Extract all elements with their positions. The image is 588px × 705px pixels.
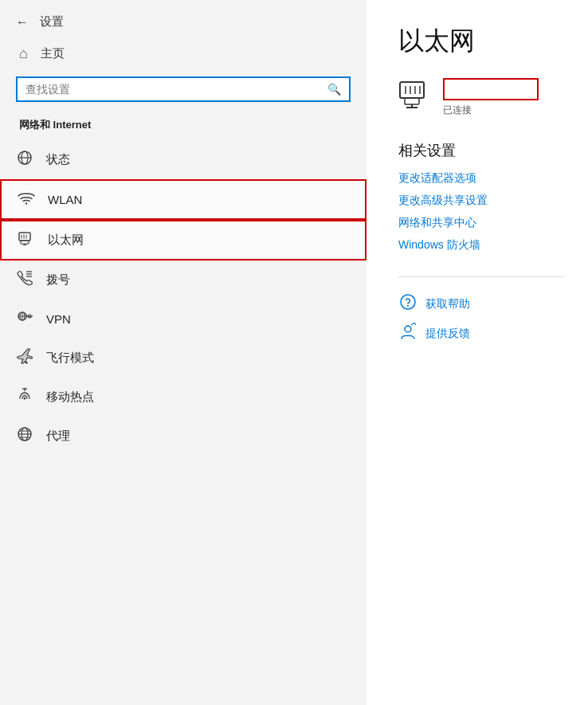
left-panel: ← 设置 ⌂ 主页 🔍 网络和 Internet 状态 xyxy=(0,0,367,705)
nav-label-vpn: VPN xyxy=(46,312,71,326)
header-bar: ← 设置 xyxy=(0,0,367,37)
back-button[interactable]: ← xyxy=(16,15,29,29)
get-help-icon xyxy=(398,293,417,315)
nav-item-ethernet[interactable]: 以太网 xyxy=(0,220,367,260)
link-advanced-sharing[interactable]: 更改高级共享设置 xyxy=(398,194,564,208)
svg-point-36 xyxy=(401,295,415,309)
nav-item-wlan[interactable]: WLAN xyxy=(0,179,367,220)
connection-area: 已连接 xyxy=(398,78,564,117)
proxy-icon xyxy=(16,426,33,446)
nav-label-hotspot: 移动热点 xyxy=(46,390,94,405)
search-icon: 🔍 xyxy=(327,83,341,96)
link-windows-firewall[interactable]: Windows 防火墙 xyxy=(398,238,564,253)
nav-label-wlan: WLAN xyxy=(48,193,82,206)
feedback-row[interactable]: 提供反馈 xyxy=(398,323,564,344)
get-help-label: 获取帮助 xyxy=(425,297,470,311)
nav-label-status: 状态 xyxy=(46,152,70,167)
nav-item-airplane[interactable]: 飞行模式 xyxy=(0,339,367,378)
nav-item-status[interactable]: 状态 xyxy=(0,140,367,179)
right-panel: 以太网 已连接 相关设置 更改适配器选项 更改高级共享设置 网络和共享中心 Wi xyxy=(367,0,588,705)
section-title: 网络和 Internet xyxy=(0,113,367,140)
connection-status: 已连接 xyxy=(443,104,539,117)
svg-rect-29 xyxy=(405,98,419,104)
connection-name-box xyxy=(443,78,539,100)
svg-point-37 xyxy=(407,305,409,307)
svg-point-3 xyxy=(25,202,27,204)
nav-label-dialup: 拨号 xyxy=(46,272,70,288)
nav-item-proxy[interactable]: 代理 xyxy=(0,417,367,456)
related-settings-title: 相关设置 xyxy=(398,141,564,160)
status-icon xyxy=(16,150,33,170)
nav-label-ethernet: 以太网 xyxy=(48,233,84,248)
svg-point-20 xyxy=(24,398,26,400)
get-help-row[interactable]: 获取帮助 xyxy=(398,293,564,315)
nav-item-hotspot[interactable]: 移动热点 xyxy=(0,378,367,417)
header-title: 设置 xyxy=(40,14,64,29)
svg-point-38 xyxy=(405,326,411,332)
link-network-sharing-center[interactable]: 网络和共享中心 xyxy=(398,216,564,230)
svg-line-39 xyxy=(411,323,414,325)
search-box: 🔍 xyxy=(16,76,351,102)
svg-line-40 xyxy=(414,323,416,325)
hotspot-icon xyxy=(16,387,33,407)
nav-label-airplane: 飞行模式 xyxy=(46,351,94,366)
svg-rect-4 xyxy=(19,233,30,241)
dialup-icon xyxy=(16,270,33,290)
page-title: 以太网 xyxy=(398,24,564,59)
feedback-icon xyxy=(398,323,417,344)
divider xyxy=(398,276,564,277)
home-icon: ⌂ xyxy=(19,45,28,62)
nav-item-dialup[interactable]: 拨号 xyxy=(0,260,367,300)
nav-item-vpn[interactable]: VPN xyxy=(0,300,367,339)
link-adapter-options[interactable]: 更改适配器选项 xyxy=(398,171,564,186)
ethernet-icon xyxy=(398,80,432,115)
search-input[interactable] xyxy=(25,83,327,96)
home-label: 主页 xyxy=(41,46,65,61)
wlan-icon xyxy=(18,190,35,209)
airplane-icon xyxy=(16,348,33,368)
vpn-icon xyxy=(16,309,33,329)
nav-label-proxy: 代理 xyxy=(46,429,70,444)
ethernet-nav-icon xyxy=(18,231,35,249)
feedback-label: 提供反馈 xyxy=(425,327,470,341)
connection-info: 已连接 xyxy=(443,78,539,117)
home-nav-item[interactable]: ⌂ 主页 xyxy=(0,37,367,70)
